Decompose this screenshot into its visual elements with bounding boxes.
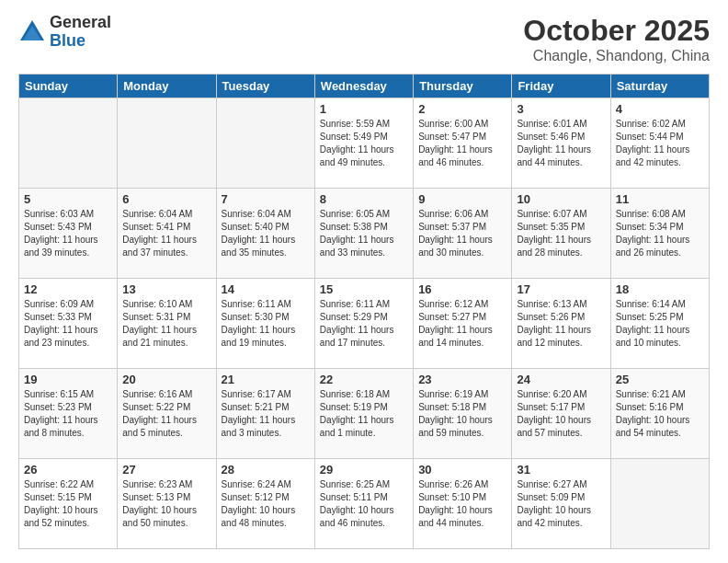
day-number: 19 xyxy=(24,373,112,386)
day-info: Sunrise: 6:26 AM Sunset: 5:10 PM Dayligh… xyxy=(418,478,506,530)
calendar-day-cell: 13Sunrise: 6:10 AM Sunset: 5:31 PM Dayli… xyxy=(118,279,216,369)
calendar-day-cell: 27Sunrise: 6:23 AM Sunset: 5:13 PM Dayli… xyxy=(118,459,216,549)
calendar-day-cell: 15Sunrise: 6:11 AM Sunset: 5:29 PM Dayli… xyxy=(314,279,413,369)
calendar-day-cell xyxy=(19,98,118,189)
day-number: 5 xyxy=(24,192,112,206)
weekday-header-cell: Saturday xyxy=(610,75,709,98)
day-info: Sunrise: 6:06 AM Sunset: 5:37 PM Dayligh… xyxy=(418,208,506,259)
day-info: Sunrise: 6:22 AM Sunset: 5:15 PM Dayligh… xyxy=(24,478,112,530)
calendar-day-cell: 14Sunrise: 6:11 AM Sunset: 5:30 PM Dayli… xyxy=(216,279,314,369)
day-info: Sunrise: 6:11 AM Sunset: 5:30 PM Dayligh… xyxy=(222,298,310,350)
day-info: Sunrise: 6:25 AM Sunset: 5:11 PM Dayligh… xyxy=(320,478,408,530)
calendar-day-cell: 10Sunrise: 6:07 AM Sunset: 5:35 PM Dayli… xyxy=(512,189,610,279)
calendar-day-cell: 8Sunrise: 6:05 AM Sunset: 5:38 PM Daylig… xyxy=(314,189,413,279)
month-title: October 2025 xyxy=(523,14,710,48)
day-info: Sunrise: 6:07 AM Sunset: 5:35 PM Dayligh… xyxy=(517,208,605,259)
calendar-day-cell xyxy=(118,98,216,189)
day-info: Sunrise: 6:04 AM Sunset: 5:41 PM Dayligh… xyxy=(122,208,210,259)
location-title: Changle, Shandong, China xyxy=(523,48,710,64)
calendar-day-cell: 18Sunrise: 6:14 AM Sunset: 5:25 PM Dayli… xyxy=(610,279,709,369)
day-number: 1 xyxy=(320,102,408,116)
calendar-day-cell: 9Sunrise: 6:06 AM Sunset: 5:37 PM Daylig… xyxy=(414,189,512,279)
calendar-day-cell: 1Sunrise: 5:59 AM Sunset: 5:49 PM Daylig… xyxy=(314,98,413,189)
calendar-day-cell: 17Sunrise: 6:13 AM Sunset: 5:26 PM Dayli… xyxy=(512,279,610,369)
day-number: 2 xyxy=(418,102,506,116)
calendar-day-cell: 31Sunrise: 6:27 AM Sunset: 5:09 PM Dayli… xyxy=(512,459,610,549)
calendar-week-row: 12Sunrise: 6:09 AM Sunset: 5:33 PM Dayli… xyxy=(19,279,710,369)
calendar-table: SundayMondayTuesdayWednesdayThursdayFrid… xyxy=(18,74,710,549)
calendar-day-cell: 20Sunrise: 6:16 AM Sunset: 5:22 PM Dayli… xyxy=(118,369,216,459)
day-info: Sunrise: 6:12 AM Sunset: 5:27 PM Dayligh… xyxy=(418,298,506,350)
calendar-day-cell: 2Sunrise: 6:00 AM Sunset: 5:47 PM Daylig… xyxy=(414,98,512,189)
day-number: 29 xyxy=(320,463,408,477)
logo-icon xyxy=(18,18,46,46)
weekday-header-cell: Monday xyxy=(118,75,216,98)
logo: General Blue xyxy=(18,14,111,51)
day-info: Sunrise: 6:14 AM Sunset: 5:25 PM Dayligh… xyxy=(616,298,704,350)
day-info: Sunrise: 6:20 AM Sunset: 5:17 PM Dayligh… xyxy=(517,388,605,440)
calendar-day-cell: 6Sunrise: 6:04 AM Sunset: 5:41 PM Daylig… xyxy=(118,189,216,279)
day-info: Sunrise: 6:18 AM Sunset: 5:19 PM Dayligh… xyxy=(320,388,408,440)
day-info: Sunrise: 6:10 AM Sunset: 5:31 PM Dayligh… xyxy=(122,298,210,350)
calendar-day-cell: 30Sunrise: 6:26 AM Sunset: 5:10 PM Dayli… xyxy=(414,459,512,549)
calendar-day-cell: 16Sunrise: 6:12 AM Sunset: 5:27 PM Dayli… xyxy=(414,279,512,369)
calendar-day-cell xyxy=(216,98,314,189)
day-number: 25 xyxy=(616,373,704,386)
day-info: Sunrise: 6:05 AM Sunset: 5:38 PM Dayligh… xyxy=(320,208,408,259)
weekday-header-cell: Wednesday xyxy=(314,75,413,98)
weekday-header-cell: Tuesday xyxy=(216,75,314,98)
day-info: Sunrise: 6:24 AM Sunset: 5:12 PM Dayligh… xyxy=(222,478,310,530)
day-info: Sunrise: 6:00 AM Sunset: 5:47 PM Dayligh… xyxy=(418,118,506,169)
day-number: 16 xyxy=(418,282,506,296)
day-number: 27 xyxy=(122,463,210,477)
day-number: 22 xyxy=(320,373,408,386)
day-number: 31 xyxy=(517,463,605,477)
day-info: Sunrise: 6:16 AM Sunset: 5:22 PM Dayligh… xyxy=(122,388,210,440)
day-info: Sunrise: 6:01 AM Sunset: 5:46 PM Dayligh… xyxy=(517,118,605,169)
calendar-day-cell: 19Sunrise: 6:15 AM Sunset: 5:23 PM Dayli… xyxy=(19,369,118,459)
day-number: 23 xyxy=(418,373,506,386)
day-info: Sunrise: 6:23 AM Sunset: 5:13 PM Dayligh… xyxy=(122,478,210,530)
day-number: 8 xyxy=(320,192,408,206)
calendar-week-row: 1Sunrise: 5:59 AM Sunset: 5:49 PM Daylig… xyxy=(19,98,710,189)
calendar-body: 1Sunrise: 5:59 AM Sunset: 5:49 PM Daylig… xyxy=(19,98,710,549)
day-number: 18 xyxy=(616,282,704,296)
day-info: Sunrise: 6:04 AM Sunset: 5:40 PM Dayligh… xyxy=(222,208,310,259)
day-info: Sunrise: 6:11 AM Sunset: 5:29 PM Dayligh… xyxy=(320,298,408,350)
day-number: 21 xyxy=(222,373,310,386)
calendar-day-cell: 12Sunrise: 6:09 AM Sunset: 5:33 PM Dayli… xyxy=(19,279,118,369)
page: General Blue October 2025 Changle, Shand… xyxy=(0,0,728,563)
day-info: Sunrise: 6:21 AM Sunset: 5:16 PM Dayligh… xyxy=(616,388,704,440)
calendar-day-cell: 4Sunrise: 6:02 AM Sunset: 5:44 PM Daylig… xyxy=(610,98,709,189)
day-number: 26 xyxy=(24,463,112,477)
calendar-week-row: 26Sunrise: 6:22 AM Sunset: 5:15 PM Dayli… xyxy=(19,459,710,549)
day-info: Sunrise: 6:09 AM Sunset: 5:33 PM Dayligh… xyxy=(24,298,112,350)
weekday-header-row: SundayMondayTuesdayWednesdayThursdayFrid… xyxy=(19,75,710,98)
calendar-day-cell: 25Sunrise: 6:21 AM Sunset: 5:16 PM Dayli… xyxy=(610,369,709,459)
calendar-day-cell: 21Sunrise: 6:17 AM Sunset: 5:21 PM Dayli… xyxy=(216,369,314,459)
day-number: 9 xyxy=(418,192,506,206)
calendar-day-cell: 22Sunrise: 6:18 AM Sunset: 5:19 PM Dayli… xyxy=(314,369,413,459)
calendar-day-cell xyxy=(610,459,709,549)
calendar-day-cell: 11Sunrise: 6:08 AM Sunset: 5:34 PM Dayli… xyxy=(610,189,709,279)
logo-blue: Blue xyxy=(50,32,111,51)
day-info: Sunrise: 6:13 AM Sunset: 5:26 PM Dayligh… xyxy=(517,298,605,350)
weekday-header-cell: Friday xyxy=(512,75,610,98)
logo-general: General xyxy=(50,14,111,32)
calendar-week-row: 19Sunrise: 6:15 AM Sunset: 5:23 PM Dayli… xyxy=(19,369,710,459)
day-number: 13 xyxy=(122,282,210,296)
day-info: Sunrise: 6:02 AM Sunset: 5:44 PM Dayligh… xyxy=(616,118,704,169)
day-info: Sunrise: 6:03 AM Sunset: 5:43 PM Dayligh… xyxy=(24,208,112,259)
day-number: 24 xyxy=(517,373,605,386)
day-number: 30 xyxy=(418,463,506,477)
day-number: 12 xyxy=(24,282,112,296)
day-number: 20 xyxy=(122,373,210,386)
day-number: 7 xyxy=(222,192,310,206)
day-info: Sunrise: 6:17 AM Sunset: 5:21 PM Dayligh… xyxy=(222,388,310,440)
header: General Blue October 2025 Changle, Shand… xyxy=(18,14,710,64)
calendar-day-cell: 29Sunrise: 6:25 AM Sunset: 5:11 PM Dayli… xyxy=(314,459,413,549)
day-number: 10 xyxy=(517,192,605,206)
calendar-day-cell: 5Sunrise: 6:03 AM Sunset: 5:43 PM Daylig… xyxy=(19,189,118,279)
day-number: 3 xyxy=(517,102,605,116)
title-block: October 2025 Changle, Shandong, China xyxy=(523,14,710,64)
